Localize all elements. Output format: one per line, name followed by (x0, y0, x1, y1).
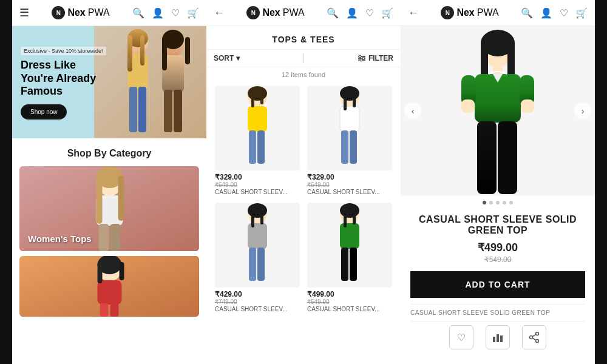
svg-rect-53 (249, 248, 256, 281)
user-icon[interactable]: 👤 (152, 7, 164, 19)
svg-rect-29 (98, 262, 103, 283)
screen-detail: ← N NexPWA 🔍 👤 ♡ 🛒 (401, 0, 595, 364)
svg-point-62 (340, 203, 359, 218)
product-detail-image: ‹ › (401, 26, 595, 196)
product-img-1 (215, 86, 300, 170)
svg-rect-57 (260, 206, 263, 224)
banner-svg (94, 26, 206, 138)
svg-rect-47 (350, 130, 357, 164)
listing-search-icon[interactable]: 🔍 (327, 7, 339, 19)
detail-logo-pwa: PWA (477, 7, 499, 18)
logo-icon: N (52, 6, 65, 19)
home-header-icons: 🔍 👤 ♡ 🛒 (132, 7, 199, 19)
svg-rect-39 (249, 130, 256, 164)
image-nav-left[interactable]: ‹ (404, 103, 421, 120)
product-action-icons: ♡ (410, 321, 585, 353)
svg-rect-78 (493, 337, 495, 342)
hamburger-icon[interactable]: ☰ (19, 6, 29, 19)
product-card-2[interactable]: ₹329.00 ₹649.00 CASUAL SHORT SLEEV... (304, 82, 396, 199)
detail-heart-icon[interactable]: ♡ (560, 7, 568, 19)
product-card-4[interactable]: ₹499.00 ₹549.00 CASUAL SHORT SLEEV... (304, 199, 396, 316)
detail-back-button[interactable]: ← (408, 7, 419, 19)
svg-point-36 (360, 59, 362, 61)
detail-cart-icon[interactable]: 🛒 (575, 7, 588, 19)
svg-line-84 (532, 334, 535, 337)
product-card-3[interactable]: ₹429.00 ₹749.00 CASUAL SHORT SLEEV... (211, 199, 304, 316)
svg-rect-11 (138, 87, 146, 132)
dot-4[interactable] (503, 201, 506, 204)
share-icon (529, 332, 540, 343)
svg-rect-80 (500, 335, 503, 342)
search-icon[interactable]: 🔍 (132, 7, 144, 19)
svg-rect-3 (164, 90, 172, 132)
svg-rect-69 (493, 66, 503, 75)
product1-svg (233, 86, 282, 170)
product-detail-svg (437, 28, 558, 195)
banner-text-area: Exclusive - Save 10% storewide! Dress Li… (21, 44, 106, 120)
screen-listing: ← N NexPWA 🔍 👤 ♡ 🛒 TOPS & TEES SORT (206, 0, 401, 364)
dot-2[interactable] (489, 201, 493, 204)
svg-rect-61 (350, 248, 357, 281)
dot-5[interactable] (509, 201, 513, 204)
detail-logo-nex: Nex (456, 7, 474, 18)
home-banner: Exclusive - Save 10% storewide! Dress Li… (12, 26, 206, 138)
svg-rect-18 (99, 224, 109, 251)
logo-text-nex: Nex (67, 7, 85, 18)
listing-user-icon[interactable]: 👤 (346, 7, 358, 19)
wishlist-button[interactable]: ♡ (449, 325, 473, 349)
detail-user-icon[interactable]: 👤 (540, 7, 552, 19)
product-img-2 (307, 86, 392, 170)
svg-point-55 (248, 203, 267, 218)
shop-now-button[interactable]: Shop now (21, 104, 67, 120)
detail-header: ← N NexPWA 🔍 👤 ♡ 🛒 (401, 0, 595, 26)
svg-rect-54 (257, 248, 265, 281)
svg-rect-43 (260, 89, 263, 104)
product-img-4 (307, 203, 392, 288)
svg-rect-77 (498, 121, 517, 194)
dot-3[interactable] (496, 201, 500, 204)
svg-rect-76 (477, 121, 497, 194)
category-card-summer-dresses[interactable] (19, 256, 199, 317)
svg-rect-79 (497, 334, 499, 342)
svg-rect-59 (340, 223, 359, 249)
shop-by-category-heading: Shop By Category (19, 148, 199, 159)
product-original-price-1: ₹649.00 (215, 181, 300, 188)
image-nav-right[interactable]: › (574, 103, 591, 120)
sort-button[interactable]: SORT (214, 54, 304, 62)
svg-rect-38 (248, 106, 267, 132)
heart-icon[interactable]: ♡ (171, 7, 180, 19)
svg-rect-46 (341, 130, 348, 164)
listing-logo-pwa: PWA (283, 7, 305, 18)
filter-button[interactable]: FILTER (304, 54, 394, 62)
detail-search-icon[interactable]: 🔍 (521, 7, 533, 19)
listing-heart-icon[interactable]: ♡ (365, 7, 374, 19)
product-original-price-4: ₹549.00 (307, 298, 392, 305)
svg-rect-60 (341, 248, 348, 281)
svg-rect-10 (129, 87, 137, 132)
product-detail-description: CASUAL SHORT SLEEVE SOLID GREEN TOP (410, 304, 585, 316)
listing-cart-icon[interactable]: 🛒 (381, 7, 393, 19)
product-name-2: CASUAL SHORT SLEEV... (307, 189, 392, 195)
svg-rect-75 (521, 99, 534, 113)
product-name-4: CASUAL SHORT SLEEV... (307, 306, 392, 312)
detail-logo: N NexPWA (441, 6, 498, 19)
products-grid: ₹329.00 ₹649.00 CASUAL SHORT SLEEV... (206, 82, 401, 316)
svg-rect-42 (251, 89, 254, 107)
compare-icon (492, 332, 503, 343)
listing-logo-icon: N (246, 6, 260, 19)
listing-header: ← N NexPWA 🔍 👤 ♡ 🛒 (206, 0, 401, 26)
product-detail-original-price: ₹549.00 (410, 255, 585, 264)
svg-rect-6 (162, 37, 167, 70)
listing-back-button[interactable]: ← (214, 7, 225, 19)
category-card-womens-tops[interactable]: Women's Tops (19, 166, 199, 251)
detail-header-icons: 🔍 👤 ♡ 🛒 (521, 7, 588, 19)
listing-page-title: TOPS & TEES (206, 26, 401, 49)
sort-label: SORT (214, 54, 234, 62)
share-button[interactable] (522, 325, 546, 349)
banner-exclusive-text: Exclusive - Save 10% storewide! (21, 47, 106, 55)
cart-icon[interactable]: 🛒 (187, 7, 199, 19)
add-to-cart-button[interactable]: ADD TO CART (410, 271, 585, 298)
compare-button[interactable] (486, 325, 510, 349)
product-card-1[interactable]: ₹329.00 ₹649.00 CASUAL SHORT SLEEV... (211, 82, 304, 199)
dot-1[interactable] (483, 201, 486, 204)
